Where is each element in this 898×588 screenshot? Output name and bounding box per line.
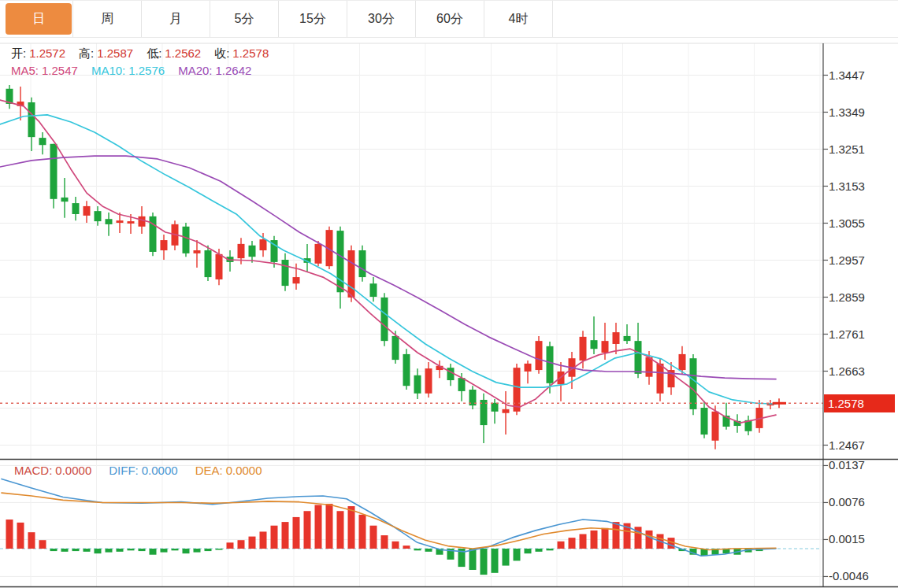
macd-bar xyxy=(95,549,102,553)
dea-value: 0.0000 xyxy=(226,464,262,478)
tab-30分[interactable]: 30分 xyxy=(347,1,416,37)
price-tick-label: 1.3447 xyxy=(829,68,896,83)
price-tick-label: 1.2761 xyxy=(829,327,896,342)
candle-body xyxy=(117,220,124,223)
macd-bar xyxy=(414,549,421,550)
macd-bar xyxy=(194,549,201,553)
candle-body xyxy=(425,368,432,394)
candle-body xyxy=(337,231,344,292)
candle-body xyxy=(492,403,499,412)
candle-body xyxy=(613,332,620,344)
candle-body xyxy=(216,254,223,279)
macd-bar xyxy=(282,522,289,549)
ohlc-legend: 开:1.2572 高:1.2587 低:1.2562 收:1.2578 xyxy=(11,46,269,61)
candle-body xyxy=(403,354,410,386)
macd-bar xyxy=(172,549,179,550)
candle-body xyxy=(183,227,190,253)
macd-bar xyxy=(425,549,432,552)
tab-label: 周 xyxy=(74,3,140,35)
candle-body xyxy=(359,250,366,277)
macd-bar xyxy=(183,549,190,553)
candle-body xyxy=(690,358,697,409)
macd-bar xyxy=(381,535,388,549)
candle-body xyxy=(503,409,510,413)
open-value: 1.2572 xyxy=(29,46,65,61)
macd-tick-label: 0.0137 xyxy=(829,458,896,472)
candlestick-macd-canvas[interactable] xyxy=(0,0,898,588)
macd-bar xyxy=(106,549,113,553)
macd-bar xyxy=(249,537,256,549)
candle-body xyxy=(547,346,554,383)
macd-bar xyxy=(337,511,344,549)
macd-bar xyxy=(50,549,58,551)
macd-bar xyxy=(547,549,554,550)
candle-body xyxy=(602,341,609,353)
candle-body xyxy=(701,408,708,435)
ma20-line xyxy=(0,156,776,379)
macd-bar xyxy=(646,531,653,549)
candle-body xyxy=(95,211,102,221)
candle-body xyxy=(61,198,69,202)
tab-label: 60分 xyxy=(417,3,483,35)
high-label: 高: xyxy=(79,46,94,61)
ma10-line xyxy=(0,115,776,404)
candle-body xyxy=(646,357,653,377)
ma5-label: MA5: xyxy=(11,64,39,78)
candle-body xyxy=(591,340,598,349)
macd-bar xyxy=(514,549,521,560)
macd-bar xyxy=(591,531,598,549)
candle-body xyxy=(260,239,267,250)
macd-tick-label: 0.0076 xyxy=(829,495,896,509)
tab-label: 月 xyxy=(143,3,209,35)
macd-bar xyxy=(128,549,135,550)
tab-周[interactable]: 周 xyxy=(73,1,142,37)
tab-60分[interactable]: 60分 xyxy=(416,1,484,37)
candle-body xyxy=(348,250,355,298)
tab-日[interactable]: 日 xyxy=(5,1,73,37)
macd-bar xyxy=(536,549,543,552)
macd-bar xyxy=(359,515,366,549)
macd-bar xyxy=(403,545,410,549)
macd-bar xyxy=(525,549,532,553)
high-value: 1.2587 xyxy=(97,46,133,61)
candle-body xyxy=(249,246,256,257)
macd-label: MACD: xyxy=(14,464,52,478)
macd-tick-label: 0.0015 xyxy=(829,532,896,546)
kline-chart[interactable] xyxy=(0,0,898,588)
candle-body xyxy=(624,336,631,341)
current-price-badge: 1.2578 xyxy=(824,394,895,412)
macd-bar xyxy=(293,517,300,549)
candle-body xyxy=(128,221,135,224)
macd-bar xyxy=(39,540,46,549)
tab-4时[interactable]: 4时 xyxy=(484,1,553,37)
macd-bar xyxy=(150,549,157,555)
macd-bar xyxy=(61,549,69,552)
macd-bar xyxy=(613,522,620,549)
macd-bar xyxy=(72,549,80,551)
tab-5分[interactable]: 5分 xyxy=(210,1,279,37)
candle-body xyxy=(580,337,587,361)
candle-body xyxy=(39,138,46,145)
candle-body xyxy=(50,144,58,199)
macd-bar xyxy=(569,538,576,549)
candle-body xyxy=(514,368,521,412)
period-tabbar: 日周月5分15分30分60分4时 xyxy=(0,0,898,38)
tab-label: 30分 xyxy=(348,3,414,35)
candle-body xyxy=(381,298,388,341)
price-tick-label: 1.3153 xyxy=(829,179,896,194)
tab-15分[interactable]: 15分 xyxy=(279,1,347,37)
diff-label: DIFF: xyxy=(109,464,139,478)
tab-月[interactable]: 月 xyxy=(142,1,210,37)
price-tick-label: 1.3349 xyxy=(829,105,896,120)
macd-bar xyxy=(161,549,168,553)
macd-bar xyxy=(469,549,477,570)
candle-body xyxy=(293,277,300,283)
tab-label: 日 xyxy=(6,3,72,35)
price-tick-label: 1.3251 xyxy=(829,142,896,157)
macd-tick-label: -0.0046 xyxy=(829,569,896,583)
price-tick-label: 1.3055 xyxy=(829,216,896,231)
macd-bar xyxy=(503,549,510,566)
candle-body xyxy=(414,375,421,394)
macd-bar xyxy=(117,549,124,552)
macd-bar xyxy=(602,528,609,549)
